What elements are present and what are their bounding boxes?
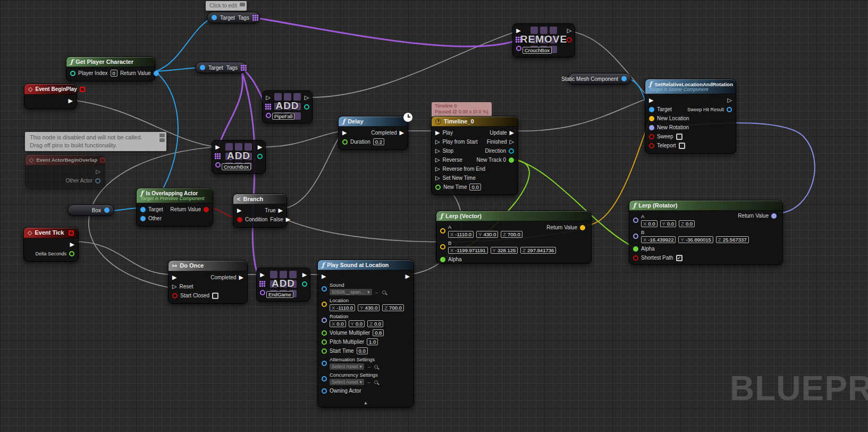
- exec-out-pin[interactable]: ▶: [70, 242, 74, 247]
- tags-grid-pin[interactable]: [252, 15, 258, 21]
- direction-pin[interactable]: [509, 148, 514, 154]
- b-z-value[interactable]: 25.567337: [723, 237, 747, 243]
- exec-in-pin[interactable]: ▶: [649, 97, 653, 103]
- reverse-pin[interactable]: ▷: [435, 157, 440, 163]
- other-actor-pin[interactable]: [95, 178, 100, 184]
- exec-out-pin[interactable]: ▷: [96, 169, 100, 175]
- true-pin[interactable]: ▶: [279, 207, 283, 213]
- new-location-pin[interactable]: [649, 116, 654, 121]
- b-y-value[interactable]: -36.890015: [686, 237, 711, 243]
- return-value-pin[interactable]: [580, 225, 585, 230]
- a-x-value[interactable]: -1110.0: [455, 231, 471, 237]
- volume-pin[interactable]: [322, 330, 327, 336]
- alpha-pin[interactable]: [440, 257, 445, 262]
- tags-grid-pin[interactable]: [241, 65, 247, 71]
- component-out-pin[interactable]: [621, 76, 627, 81]
- sound-dropdown[interactable]: 50506__spanner_c▾: [330, 289, 372, 295]
- result-pin[interactable]: [302, 281, 307, 287]
- comment-icon[interactable]: [159, 138, 165, 142]
- volume-value[interactable]: 0.8: [375, 330, 382, 336]
- use-selected-icon[interactable]: ←: [367, 364, 372, 369]
- completed-pin[interactable]: ▶: [239, 275, 243, 280]
- b-z-value[interactable]: 297.841736: [527, 247, 554, 253]
- tag-pill-mid-node[interactable]: Target Tags: [195, 62, 247, 73]
- node-header[interactable]: ƒ Lerp (Rotator): [629, 201, 782, 211]
- return-value-pin[interactable]: [771, 213, 777, 219]
- node-header[interactable]: ƒ Get Player Character: [66, 57, 155, 67]
- delay-node[interactable]: ƒ Delay ▶ Completed ▶ Duration 0.2: [338, 116, 408, 150]
- sweep-pin[interactable]: [649, 134, 654, 139]
- exec-in-pin[interactable]: ▶: [237, 207, 241, 213]
- exec-out-pin[interactable]: ▷: [567, 28, 571, 34]
- location-x-value[interactable]: -1110.0: [336, 305, 353, 311]
- browse-icon[interactable]: [382, 290, 386, 294]
- exec-in-pin[interactable]: ▶: [516, 28, 520, 34]
- sweep-checkbox[interactable]: [676, 134, 682, 140]
- exec-out-pin[interactable]: ▷: [728, 97, 732, 103]
- reverse-from-end-pin[interactable]: ▷: [435, 166, 440, 172]
- rotation-pin[interactable]: [322, 318, 327, 323]
- tag-pin[interactable]: [266, 113, 271, 118]
- start-closed-pin[interactable]: [172, 293, 178, 298]
- sound-pin[interactable]: [322, 286, 327, 292]
- pitch-pin[interactable]: [322, 339, 327, 345]
- target-pin[interactable]: [212, 15, 217, 20]
- pin-icon[interactable]: [159, 134, 165, 137]
- play-from-start-pin[interactable]: ▷: [435, 139, 440, 145]
- node-header[interactable]: ƒ SetRelativeLocationAndRotation Target …: [645, 79, 736, 94]
- a-y-value[interactable]: 430.0: [484, 231, 496, 237]
- a-z-value[interactable]: 0.0: [686, 221, 693, 227]
- node-header[interactable]: ↦ Do Once: [168, 261, 247, 271]
- tag-container-pin[interactable]: [516, 37, 521, 43]
- b-x-value[interactable]: -16.439922: [648, 237, 673, 243]
- result-pin[interactable]: [567, 37, 572, 43]
- location-y-value[interactable]: 430.0: [365, 305, 378, 311]
- finished-pin[interactable]: ▷: [510, 139, 514, 145]
- node-header[interactable]: Timeline_0: [432, 117, 518, 127]
- set-relative-location-rotation-node[interactable]: ƒ SetRelativeLocationAndRotation Target …: [645, 79, 736, 154]
- lerp-rotator-node[interactable]: ƒ Lerp (Rotator) Return Value A X0.0 Y0.…: [629, 200, 783, 265]
- b-x-value[interactable]: -1199.971191: [455, 247, 485, 253]
- tag-value[interactable]: PipeFall: [274, 113, 292, 119]
- concurrency-pin[interactable]: [322, 376, 327, 381]
- condition-pin[interactable]: [237, 217, 242, 222]
- browse-icon[interactable]: [374, 365, 378, 369]
- exec-in-pin[interactable]: ▷: [266, 95, 270, 101]
- new-track-pin[interactable]: [509, 157, 514, 163]
- start-closed-checkbox[interactable]: [212, 293, 218, 299]
- tag-pin[interactable]: [215, 162, 221, 168]
- tag-value[interactable]: CrouchBox: [525, 47, 550, 53]
- browse-icon[interactable]: [374, 380, 378, 384]
- rotation-x-value[interactable]: 0.0: [336, 321, 343, 327]
- exec-in-pin[interactable]: ▶: [260, 272, 264, 278]
- node-header[interactable]: ƒ Is Overlapping Actor Target is Primiti…: [137, 188, 213, 203]
- b-y-value[interactable]: 328.125: [498, 247, 516, 253]
- do-once-node[interactable]: ↦ Do Once ▶ Completed▶ ▷Reset Start Clos…: [168, 260, 248, 304]
- duration-value[interactable]: 0.2: [375, 139, 382, 145]
- teleport-pin[interactable]: [649, 143, 654, 148]
- node-header[interactable]: ƒ Play Sound at Location: [318, 260, 414, 270]
- exec-out-pin[interactable]: ▶: [406, 273, 410, 279]
- node-header[interactable]: ◇ Event ActorBeginOverlap: [26, 155, 104, 165]
- a-pin[interactable]: [633, 218, 638, 223]
- exec-in-pin[interactable]: ▶: [215, 144, 220, 150]
- add-tag-crouchbox-node[interactable]: ADD ▶ ▶ CrouchBox: [212, 140, 266, 174]
- node-header[interactable]: ƒ Delay: [339, 117, 408, 127]
- owning-actor-pin[interactable]: [322, 388, 327, 394]
- b-pin[interactable]: [633, 234, 638, 239]
- event-tick-node[interactable]: ◇ Event Tick ▶ Delta Seconds: [23, 227, 79, 262]
- target-pin[interactable]: [649, 107, 654, 112]
- sweep-hit-result-pin[interactable]: [727, 107, 732, 112]
- event-actorbeginoverlap-node[interactable]: ◇ Event ActorBeginOverlap ▷ Other Actor: [25, 154, 105, 189]
- completed-pin[interactable]: ▶: [400, 130, 404, 136]
- reset-pin[interactable]: ▷: [172, 284, 176, 289]
- return-value-pin[interactable]: [154, 71, 159, 76]
- target-pin[interactable]: [140, 207, 146, 212]
- tag-container-pin[interactable]: [259, 281, 265, 287]
- is-overlapping-actor-node[interactable]: ƒ Is Overlapping Actor Target is Primiti…: [136, 188, 213, 227]
- get-player-character-node[interactable]: ƒ Get Player Character Player Index 0 Re…: [66, 56, 155, 81]
- node-header[interactable]: ◇ Event BeginPlay: [24, 84, 77, 95]
- blueprint-canvas[interactable]: BLUEPRINT: [0, 0, 868, 432]
- duration-pin[interactable]: [342, 139, 348, 145]
- tag-pin[interactable]: [260, 290, 265, 295]
